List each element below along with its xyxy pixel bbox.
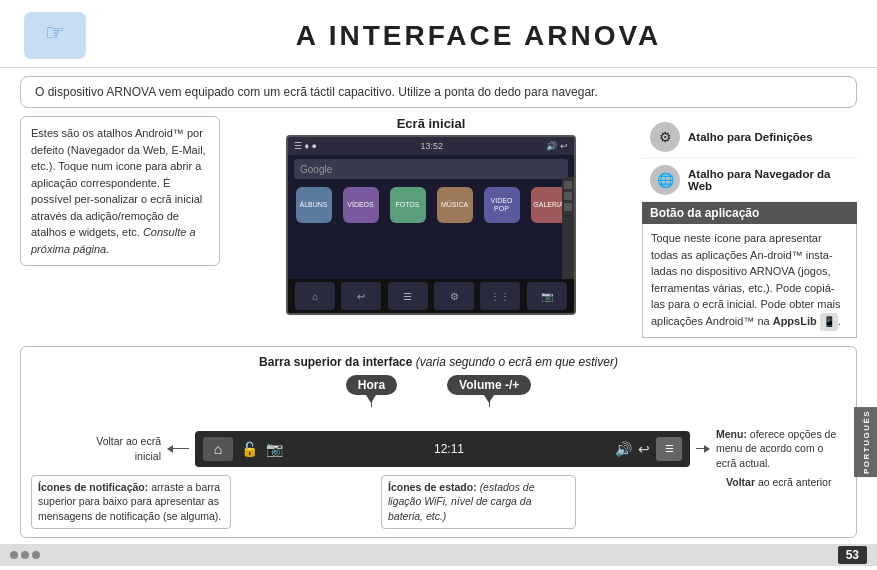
right-item-browser: 🌐 Atalho para Navegador da Web <box>642 159 857 202</box>
app-button-description: Toque neste ícone para apresentar todas … <box>642 224 857 338</box>
unlock-icon: 🔓 <box>241 441 258 457</box>
state-icon-label: Ícones de estado: <box>388 481 477 493</box>
phone-home-btn: ⌂ <box>295 282 335 310</box>
settings-label: Atalho para Definições <box>688 131 813 143</box>
left-text-box: Estes são os atalhos Android™ por defeit… <box>20 116 220 266</box>
voltar-ecrã-text: Voltar ao ecrãinicial <box>31 434 161 463</box>
phone-apps-btn: ⋮⋮ <box>480 282 520 310</box>
voltar-text: ao ecrã anterior <box>758 476 832 488</box>
phone-search-btn: ⚙ <box>434 282 474 310</box>
bottom-title-italic: (varia segundo o ecrã em que estiver) <box>416 355 618 369</box>
description-text: O dispositivo ARNOVA vem equipado com um… <box>35 85 598 99</box>
header-icon: ☞ <box>20 8 90 63</box>
left-column: Estes são os atalhos Android™ por defeit… <box>20 116 220 338</box>
annotations-row: Ícones de notificação: arraste a barra s… <box>31 475 846 529</box>
bottom-section: Barra superior da interface (varia segun… <box>20 346 857 538</box>
phone-app-music: MÚSICA <box>437 187 473 223</box>
browser-label: Atalho para Navegador da Web <box>688 168 849 192</box>
left-arrow <box>167 445 189 453</box>
volume-label-item: Volume -/+ <box>447 375 531 407</box>
sb-right: 🔊 ↩ ☰ <box>615 437 682 461</box>
sb-center: 12:11 <box>434 442 464 456</box>
right-arrow <box>696 445 710 453</box>
svg-text:☞: ☞ <box>45 20 65 45</box>
sb-left: ⌂ 🔓 📷 <box>203 437 283 461</box>
right-column: ⚙ Atalho para Definições 🌐 Atalho para N… <box>642 116 857 338</box>
left-text-content: Estes são os atalhos Android™ por defeit… <box>31 127 206 255</box>
appslib-icon: 📱 <box>820 313 838 331</box>
phone-app-videopop: VIDEO POP <box>484 187 520 223</box>
notif-icon: 📷 <box>266 441 283 457</box>
time-display: 12:11 <box>434 442 464 456</box>
phone-app-albums: ÁLBUNS <box>296 187 332 223</box>
app-button-text: Toque neste ícone para apresentar todas … <box>651 232 841 327</box>
header: ☞ A INTERFACE ARNOVA <box>0 0 877 68</box>
arrow-line-right <box>696 448 704 449</box>
footer: 53 <box>0 544 877 566</box>
notif-icon-label: Ícones de notificação: <box>38 481 148 493</box>
phone-right-icons: 🔊 ↩ <box>546 141 568 151</box>
center-column: Ecrã inicial ☰ ♦ ● 13:52 🔊 ↩ Google ÁLBU… <box>230 116 632 338</box>
phone-side-dot-2 <box>564 192 572 200</box>
state-annotation: Ícones de estado: (estados de ligação Wi… <box>381 475 576 529</box>
home-button[interactable]: ⌂ <box>203 437 233 461</box>
status-bar-row: Voltar ao ecrãinicial ⌂ 🔓 📷 12:11 <box>31 427 846 471</box>
phone-side-dot-1 <box>564 181 572 189</box>
phone-screen: ☰ ♦ ● 13:52 🔊 ↩ Google ÁLBUNS VÍDEOS FOT… <box>286 135 576 315</box>
voltar-annotation: Voltar ao ecrã anterior <box>726 475 846 490</box>
labels-container: Hora Volume -/+ <box>31 375 846 407</box>
language-tab: PORTUGUÊS <box>854 407 877 477</box>
volume-bubble: Volume -/+ <box>447 375 531 395</box>
phone-back-btn: ↩ <box>341 282 381 310</box>
app-button-header: Botão da aplicação <box>642 202 857 224</box>
footer-dot-2 <box>21 551 29 559</box>
hora-label-item: Hora <box>346 375 397 407</box>
appslib-label: AppsLib <box>773 315 817 327</box>
phone-time: 13:52 <box>420 141 443 151</box>
footer-dots <box>10 551 40 559</box>
description-box: O dispositivo ARNOVA vem equipado com um… <box>20 76 857 108</box>
menu-label: Menu: <box>716 428 747 440</box>
footer-dot-3 <box>32 551 40 559</box>
phone-search-text: Google <box>300 164 332 175</box>
left-annotation-area: Voltar ao ecrãinicial <box>31 434 161 463</box>
hora-bubble: Hora <box>346 375 397 395</box>
browser-icon: 🌐 <box>650 165 680 195</box>
main-content: Estes são os atalhos Android™ por defeit… <box>0 116 877 338</box>
page-title: A INTERFACE ARNOVA <box>100 20 857 52</box>
footer-dot-1 <box>10 551 18 559</box>
menu-annotation: Menu: oferece opções de menu de acordo c… <box>716 427 846 471</box>
phone-side-bar <box>562 177 574 279</box>
bottom-wrapper: Barra superior da interface (varia segun… <box>0 346 877 538</box>
menu-icon[interactable]: ☰ <box>656 437 682 461</box>
phone-status-bar: ☰ ♦ ● 13:52 🔊 ↩ <box>288 137 574 155</box>
phone-extra-btn: 📷 <box>527 282 567 310</box>
status-bar-mockup: ⌂ 🔓 📷 12:11 🔊 ↩ ☰ <box>195 431 690 467</box>
phone-menu-btn: ☰ <box>388 282 428 310</box>
arrow-head-right <box>704 445 710 453</box>
settings-icon: ⚙ <box>650 122 680 152</box>
phone-app-videos: VÍDEOS <box>343 187 379 223</box>
notif-annotation: Ícones de notificação: arraste a barra s… <box>31 475 231 529</box>
back-arrow-icon: ↩ <box>638 441 650 457</box>
footer-page-number: 53 <box>838 546 867 564</box>
phone-status-icons: ☰ ♦ ● <box>294 141 317 151</box>
voltar-label: Voltar <box>726 476 755 488</box>
phone-search-bar: Google <box>294 159 568 179</box>
section-title: Ecrã inicial <box>397 116 466 131</box>
arrow-line-left <box>173 448 189 449</box>
phone-side-dot-3 <box>564 203 572 211</box>
phone-icons-area: ÁLBUNS VÍDEOS FOTOS MÚSICA VIDEO POP GAL… <box>288 183 574 227</box>
bottom-title: Barra superior da interface (varia segun… <box>31 355 846 369</box>
volume-icon: 🔊 <box>615 441 632 457</box>
bottom-title-text: Barra superior da interface <box>259 355 412 369</box>
right-item-settings: ⚙ Atalho para Definições <box>642 116 857 159</box>
phone-app-photos: FOTOS <box>390 187 426 223</box>
phone-bottom-bar: ⌂ ↩ ☰ ⚙ ⋮⋮ 📷 <box>288 279 574 313</box>
